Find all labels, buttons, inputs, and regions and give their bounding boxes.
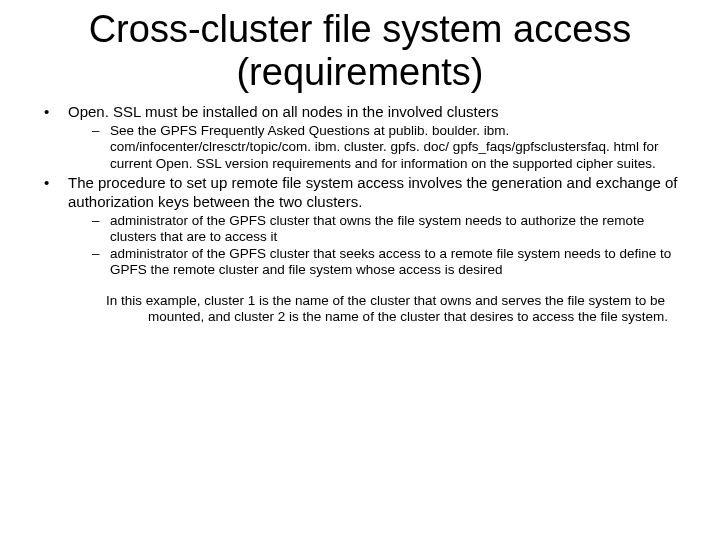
list-item: administrator of the GPFS cluster that o… (68, 213, 690, 246)
sub-bullet-text: administrator of the GPFS cluster that o… (110, 213, 644, 244)
sub-list: See the GPFS Frequently Asked Questions … (68, 123, 690, 172)
list-item: Open. SSL must be installed on all nodes… (30, 103, 690, 172)
sub-list: administrator of the GPFS cluster that o… (68, 213, 690, 279)
list-item: administrator of the GPFS cluster that s… (68, 246, 690, 279)
list-item: See the GPFS Frequently Asked Questions … (68, 123, 690, 172)
slide-title: Cross-cluster file system access (requir… (30, 8, 690, 93)
bullet-list: Open. SSL must be installed on all nodes… (30, 103, 690, 279)
bullet-text: Open. SSL must be installed on all nodes… (68, 103, 499, 120)
footer-paragraph: In this example, cluster 1 is the name o… (68, 293, 690, 326)
sub-bullet-text: administrator of the GPFS cluster that s… (110, 246, 671, 277)
bullet-text: The procedure to set up remote file syst… (68, 174, 678, 210)
sub-bullet-text: See the GPFS Frequently Asked Questions … (110, 123, 658, 171)
list-item: The procedure to set up remote file syst… (30, 174, 690, 278)
